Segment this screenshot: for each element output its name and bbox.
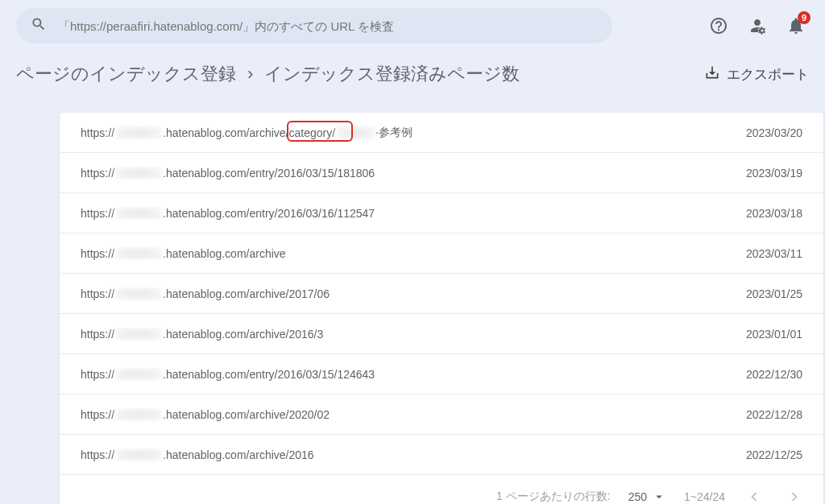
date-cell: 2022/12/28 bbox=[714, 408, 802, 421]
url-path: .hatenablog.com/archive/category/ bbox=[163, 126, 335, 139]
date-cell: 2023/03/20 bbox=[714, 126, 802, 139]
url-prefix: https:// bbox=[81, 207, 114, 220]
date-cell: 2023/03/18 bbox=[714, 207, 802, 220]
url-path: .hatenablog.com/entry/2016/03/16/112547 bbox=[163, 207, 375, 220]
chevron-right-icon: › bbox=[247, 64, 253, 85]
dropdown-icon bbox=[652, 490, 666, 504]
url-cell: https://.hatenablog.com/entry/2016/03/15… bbox=[81, 368, 714, 381]
breadcrumb-current: インデックス登録済みページ数 bbox=[264, 62, 520, 86]
url-prefix: https:// bbox=[81, 287, 114, 300]
redacted-domain bbox=[116, 207, 161, 220]
url-prefix: https:// bbox=[81, 247, 114, 260]
url-suffix: ·参考例 bbox=[375, 126, 412, 140]
date-cell: 2023/03/11 bbox=[714, 247, 802, 260]
url-path: .hatenablog.com/entry/2016/03/15/124643 bbox=[163, 368, 375, 381]
search-input[interactable] bbox=[58, 19, 598, 33]
results-card: https://.hatenablog.com/archive/category… bbox=[60, 113, 823, 504]
url-cell: https://.hatenablog.com/archive/2016/3 bbox=[81, 328, 714, 341]
breadcrumb: ページのインデックス登録 › インデックス登録済みページ数 bbox=[16, 62, 520, 86]
url-cell: https://.hatenablog.com/archive/2017/06 bbox=[81, 287, 714, 300]
rows-per-page-value: 250 bbox=[628, 490, 647, 503]
url-path: .hatenablog.com/archive/2020/02 bbox=[163, 408, 330, 421]
url-path: .hatenablog.com/archive/2017/06 bbox=[163, 287, 330, 300]
rows-per-page-select[interactable]: 250 bbox=[628, 490, 666, 504]
date-cell: 2023/01/25 bbox=[714, 287, 802, 300]
redacted-domain bbox=[116, 448, 161, 461]
redacted-domain bbox=[116, 167, 161, 180]
redacted-domain bbox=[116, 328, 161, 341]
url-prefix: https:// bbox=[81, 328, 114, 341]
redacted-segment bbox=[337, 126, 374, 139]
users-settings-icon[interactable] bbox=[748, 16, 767, 35]
redacted-domain bbox=[116, 287, 161, 300]
url-cell: https://.hatenablog.com/archive/2016 bbox=[81, 448, 714, 461]
table-row[interactable]: https://.hatenablog.com/entry/2016/03/15… bbox=[60, 354, 823, 395]
url-path: .hatenablog.com/archive/2016 bbox=[163, 448, 314, 461]
search-box[interactable] bbox=[16, 8, 612, 43]
url-cell: https://.hatenablog.com/archive/2020/02 bbox=[81, 408, 714, 421]
url-cell: https://.hatenablog.com/archive/category… bbox=[81, 126, 714, 140]
pagination-range: 1~24/24 bbox=[684, 490, 725, 503]
page-prev-button[interactable] bbox=[743, 488, 765, 504]
table-row[interactable]: https://.hatenablog.com/archive/2020/022… bbox=[60, 395, 823, 435]
table-row[interactable]: https://.hatenablog.com/archive/20162022… bbox=[60, 435, 823, 475]
redacted-domain bbox=[116, 408, 161, 421]
url-cell: https://.hatenablog.com/entry/2016/03/16… bbox=[81, 207, 714, 220]
export-label: エクスポート bbox=[727, 65, 809, 84]
url-prefix: https:// bbox=[81, 126, 114, 139]
breadcrumb-parent[interactable]: ページのインデックス登録 bbox=[16, 62, 236, 86]
search-icon bbox=[31, 16, 47, 35]
table-row[interactable]: https://.hatenablog.com/archive/2016/320… bbox=[60, 314, 823, 354]
table-row[interactable]: https://.hatenablog.com/archive2023/03/1… bbox=[60, 233, 823, 274]
url-path: .hatenablog.com/entry/2016/03/15/181806 bbox=[163, 167, 375, 180]
url-path: .hatenablog.com/archive bbox=[163, 247, 286, 260]
url-cell: https://.hatenablog.com/archive bbox=[81, 247, 714, 260]
notifications-icon[interactable]: 9 bbox=[786, 16, 806, 35]
results-rows: https://.hatenablog.com/archive/category… bbox=[60, 113, 823, 475]
rows-per-page-label: 1 ページあたりの行数: bbox=[496, 490, 611, 504]
top-actions: 9 bbox=[709, 16, 812, 35]
page-next-button[interactable] bbox=[783, 488, 806, 504]
table-row[interactable]: https://.hatenablog.com/entry/2016/03/16… bbox=[60, 193, 823, 233]
url-prefix: https:// bbox=[81, 167, 114, 180]
table-row[interactable]: https://.hatenablog.com/archive/category… bbox=[60, 113, 823, 153]
export-button[interactable]: エクスポート bbox=[704, 64, 809, 85]
notifications-badge: 9 bbox=[798, 11, 810, 24]
help-icon[interactable] bbox=[709, 16, 728, 35]
redacted-domain bbox=[116, 368, 161, 381]
url-prefix: https:// bbox=[81, 408, 114, 421]
table-row[interactable]: https://.hatenablog.com/entry/2016/03/15… bbox=[60, 153, 823, 193]
date-cell: 2023/01/01 bbox=[714, 328, 802, 341]
download-icon bbox=[704, 64, 720, 85]
url-path: .hatenablog.com/archive/2016/3 bbox=[163, 328, 323, 341]
date-cell: 2022/12/30 bbox=[714, 368, 802, 381]
url-cell: https://.hatenablog.com/entry/2016/03/15… bbox=[81, 167, 714, 180]
url-prefix: https:// bbox=[81, 448, 114, 461]
pagination: 1 ページあたりの行数: 250 1~24/24 bbox=[60, 475, 823, 504]
date-cell: 2023/03/19 bbox=[714, 167, 802, 180]
table-row[interactable]: https://.hatenablog.com/archive/2017/062… bbox=[60, 274, 823, 314]
date-cell: 2022/12/25 bbox=[714, 448, 802, 461]
header-row: ページのインデックス登録 › インデックス登録済みページ数 エクスポート bbox=[0, 52, 825, 97]
url-prefix: https:// bbox=[81, 368, 114, 381]
top-bar: 9 bbox=[0, 0, 825, 52]
redacted-domain bbox=[116, 247, 161, 260]
redacted-domain bbox=[116, 126, 161, 139]
